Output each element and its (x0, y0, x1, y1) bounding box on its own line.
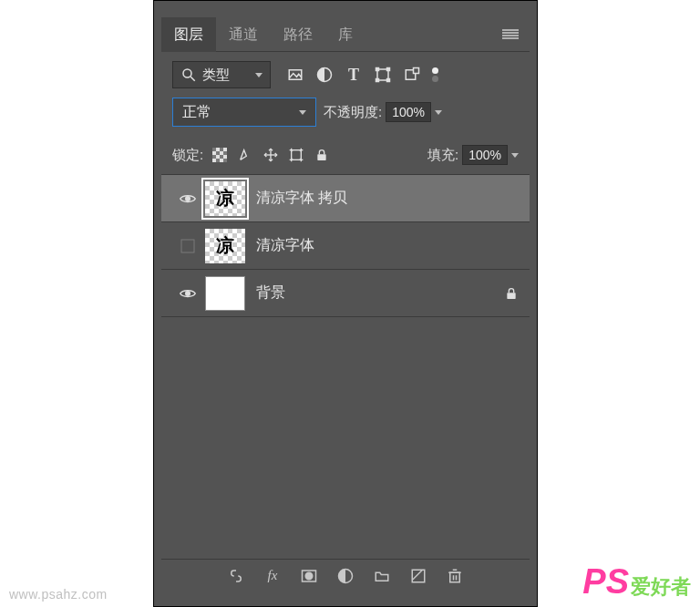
svg-point-0 (183, 69, 191, 77)
svg-rect-12 (212, 148, 216, 151)
layer-row[interactable]: 背景 (161, 270, 530, 317)
layer-thumbnail[interactable] (205, 276, 245, 311)
svg-rect-5 (376, 68, 379, 71)
svg-rect-19 (223, 159, 227, 162)
tab-paths[interactable]: 路径 (271, 17, 325, 52)
svg-rect-31 (318, 154, 326, 160)
add-mask-icon[interactable] (301, 568, 317, 584)
watermark-url: www.psahz.com (9, 587, 108, 602)
lock-row: 锁定: 填充: 100% (161, 141, 530, 174)
filter-adjustment-icon[interactable] (316, 67, 333, 83)
lock-position-icon[interactable] (263, 148, 278, 162)
lock-label: 锁定: (172, 147, 203, 164)
svg-rect-15 (223, 151, 227, 155)
visibility-toggle[interactable] (176, 193, 200, 204)
layer-row[interactable]: 凉 清凉字体 拷贝 (161, 175, 530, 222)
layer-effects-icon[interactable]: fx (264, 568, 281, 584)
filter-text-icon[interactable]: T (345, 67, 362, 83)
filter-icon-strip: T (287, 67, 420, 83)
link-layers-icon[interactable] (228, 568, 244, 584)
layer-list: 凉 清凉字体 拷贝 凉 清凉字体 背景 (161, 174, 530, 317)
svg-rect-6 (387, 68, 390, 71)
layer-name[interactable]: 背景 (256, 283, 504, 303)
chevron-down-icon (299, 110, 306, 115)
svg-rect-16 (212, 155, 216, 159)
visibility-toggle[interactable] (176, 288, 200, 299)
svg-rect-13 (220, 148, 223, 151)
svg-rect-40 (450, 572, 460, 582)
tab-layers[interactable]: 图层 (161, 17, 216, 52)
svg-rect-8 (387, 79, 390, 82)
tab-library[interactable]: 库 (325, 17, 365, 52)
svg-rect-18 (216, 159, 220, 162)
layer-thumbnail[interactable]: 凉 (205, 229, 245, 263)
svg-rect-33 (181, 240, 194, 252)
filter-smartobject-icon[interactable] (404, 67, 420, 83)
filter-pixel-icon[interactable] (287, 67, 304, 83)
opacity-label: 不透明度: (324, 104, 382, 121)
opacity-control: 不透明度: 100% (324, 102, 442, 122)
lock-all-icon[interactable] (314, 148, 329, 162)
svg-rect-35 (507, 293, 515, 299)
svg-line-1 (190, 77, 195, 81)
search-icon (180, 67, 197, 83)
panel-body: 图层 通道 路径 库 类型 T (161, 17, 530, 592)
svg-point-34 (186, 291, 190, 295)
new-adjustment-icon[interactable] (337, 568, 354, 584)
panel-tabs: 图层 通道 路径 库 (161, 17, 530, 52)
visibility-toggle[interactable] (176, 239, 200, 253)
layer-row[interactable]: 凉 清凉字体 (161, 222, 530, 270)
svg-rect-17 (220, 155, 223, 159)
layer-thumbnail[interactable]: 凉 (205, 181, 245, 216)
lock-transparent-icon[interactable] (212, 148, 227, 162)
filter-shape-icon[interactable] (375, 67, 391, 83)
fill-value[interactable]: 100% (462, 145, 508, 165)
svg-rect-7 (376, 79, 379, 82)
blend-mode-value: 正常 (182, 103, 211, 122)
svg-rect-14 (216, 151, 220, 155)
filter-toggle-icon[interactable] (431, 67, 438, 82)
lock-artboard-icon[interactable] (289, 148, 304, 162)
layer-name[interactable]: 清凉字体 (256, 236, 519, 255)
opacity-value[interactable]: 100% (386, 102, 431, 122)
svg-point-37 (305, 572, 313, 580)
delete-layer-icon[interactable] (447, 568, 463, 584)
watermark-logo: PS 爱好者 (582, 562, 691, 602)
chevron-down-icon[interactable] (435, 110, 442, 115)
svg-rect-10 (414, 68, 419, 74)
svg-point-32 (186, 196, 190, 201)
filter-type-label: 类型 (202, 67, 230, 84)
layers-panel: 图层 通道 路径 库 类型 T (153, 0, 538, 607)
new-group-icon[interactable] (374, 568, 390, 584)
svg-rect-22 (292, 150, 302, 160)
new-layer-icon[interactable] (410, 568, 427, 584)
lock-icon (504, 286, 519, 301)
blend-mode-dropdown[interactable]: 正常 (172, 98, 316, 127)
chevron-down-icon (255, 73, 262, 77)
fill-label: 填充: (427, 147, 458, 164)
layer-bottom-toolbar: fx (161, 559, 530, 592)
tab-channels[interactable]: 通道 (216, 17, 271, 52)
layer-name[interactable]: 清凉字体 拷贝 (256, 189, 519, 208)
filter-type-dropdown[interactable]: 类型 (172, 61, 271, 88)
svg-rect-39 (412, 570, 425, 582)
layer-controls: 类型 T 正常 (161, 52, 530, 141)
chevron-down-icon[interactable] (511, 153, 519, 158)
fill-control: 填充: 100% (427, 145, 519, 165)
lock-image-icon[interactable] (238, 148, 252, 162)
panel-menu-icon[interactable] (502, 29, 519, 40)
